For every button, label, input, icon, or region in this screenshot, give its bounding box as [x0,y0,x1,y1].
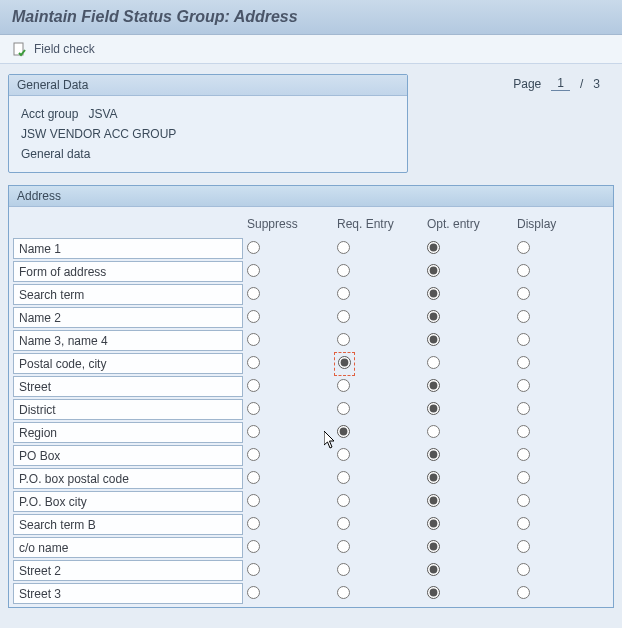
field-status-radio[interactable] [517,287,530,300]
field-status-radio[interactable] [427,540,440,553]
radio-cell [513,329,603,352]
field-status-radio[interactable] [247,540,260,553]
field-status-radio[interactable] [247,287,260,300]
field-status-radio[interactable] [338,356,351,369]
radio-cell [423,352,513,375]
field-status-radio[interactable] [247,425,260,438]
field-status-radio[interactable] [517,241,530,254]
general-data-panel: General Data Acct groupJSVAJSW VENDOR AC… [8,74,408,173]
field-status-radio[interactable] [247,402,260,415]
field-status-radio[interactable] [517,448,530,461]
field-row: Name 3, name 4 [11,329,611,352]
radio-cell [333,536,423,559]
radio-cell [333,582,423,605]
radio-cell [423,536,513,559]
field-status-radio[interactable] [427,586,440,599]
field-row: Search term [11,283,611,306]
field-status-radio[interactable] [517,402,530,415]
radio-cell [423,283,513,306]
field-label: Street 3 [13,583,243,604]
field-status-radio[interactable] [427,333,440,346]
field-status-radio[interactable] [247,264,260,277]
radio-cell [333,513,423,536]
radio-cell [243,375,333,398]
field-status-radio[interactable] [427,402,440,415]
field-status-radio[interactable] [337,402,350,415]
field-label: Name 3, name 4 [13,330,243,351]
field-status-radio[interactable] [337,494,350,507]
field-status-radio[interactable] [247,448,260,461]
field-status-radio[interactable] [517,379,530,392]
field-status-radio[interactable] [337,448,350,461]
field-status-radio[interactable] [337,241,350,254]
field-status-radio[interactable] [247,333,260,346]
field-status-radio[interactable] [427,264,440,277]
field-status-radio[interactable] [337,425,350,438]
field-status-radio[interactable] [517,540,530,553]
field-status-radio[interactable] [247,563,260,576]
field-status-radio[interactable] [517,425,530,438]
field-status-radio[interactable] [337,379,350,392]
radio-cell [513,444,603,467]
field-status-radio[interactable] [337,287,350,300]
field-status-radio[interactable] [427,563,440,576]
field-status-radio[interactable] [427,356,440,369]
field-status-radio[interactable] [247,241,260,254]
field-status-radio[interactable] [247,310,260,323]
field-status-radio[interactable] [337,586,350,599]
radio-cell [333,490,423,513]
field-status-radio[interactable] [427,241,440,254]
field-status-radio[interactable] [427,425,440,438]
field-status-radio[interactable] [427,494,440,507]
address-section: Address Suppress Req. Entry Opt. entry D… [8,185,614,608]
field-status-radio[interactable] [337,471,350,484]
field-status-radio[interactable] [517,310,530,323]
field-status-radio[interactable] [247,586,260,599]
radio-cell [513,582,603,605]
field-check-button[interactable]: Field check [34,42,95,56]
field-status-radio[interactable] [427,287,440,300]
content-area: Page 1 / 3 General Data Acct groupJSVAJS… [0,64,622,618]
field-status-radio[interactable] [517,264,530,277]
field-status-radio[interactable] [247,517,260,530]
field-row: c/o name [11,536,611,559]
radio-cell [243,467,333,490]
column-headers: Suppress Req. Entry Opt. entry Display [11,209,611,237]
field-status-radio[interactable] [247,356,260,369]
field-label: c/o name [13,537,243,558]
field-status-radio[interactable] [427,379,440,392]
field-row: Name 2 [11,306,611,329]
field-status-radio[interactable] [427,448,440,461]
field-status-radio[interactable] [427,517,440,530]
field-status-radio[interactable] [427,310,440,323]
field-status-radio[interactable] [517,517,530,530]
field-status-radio[interactable] [337,563,350,576]
field-check-icon[interactable] [12,41,28,57]
field-status-radio[interactable] [247,471,260,484]
field-status-radio[interactable] [337,310,350,323]
radio-cell [513,490,603,513]
radio-cell [243,398,333,421]
field-status-radio[interactable] [517,356,530,369]
field-status-radio[interactable] [517,333,530,346]
field-status-radio[interactable] [337,540,350,553]
toolbar: Field check [0,35,622,64]
field-status-radio[interactable] [247,494,260,507]
field-status-radio[interactable] [517,471,530,484]
field-status-radio[interactable] [517,563,530,576]
field-status-radio[interactable] [517,586,530,599]
radio-cell [333,444,423,467]
field-status-radio[interactable] [517,494,530,507]
column-header-req: Req. Entry [333,217,423,231]
field-status-radio[interactable] [337,517,350,530]
column-header-suppress: Suppress [243,217,333,231]
field-status-radio[interactable] [427,471,440,484]
field-label: P.O. Box city [13,491,243,512]
field-status-radio[interactable] [247,379,260,392]
radio-cell [333,467,423,490]
radio-cell [243,582,333,605]
field-status-radio[interactable] [337,333,350,346]
field-row: Postal code, city [11,352,611,375]
field-status-radio[interactable] [337,264,350,277]
field-label: Search term B [13,514,243,535]
